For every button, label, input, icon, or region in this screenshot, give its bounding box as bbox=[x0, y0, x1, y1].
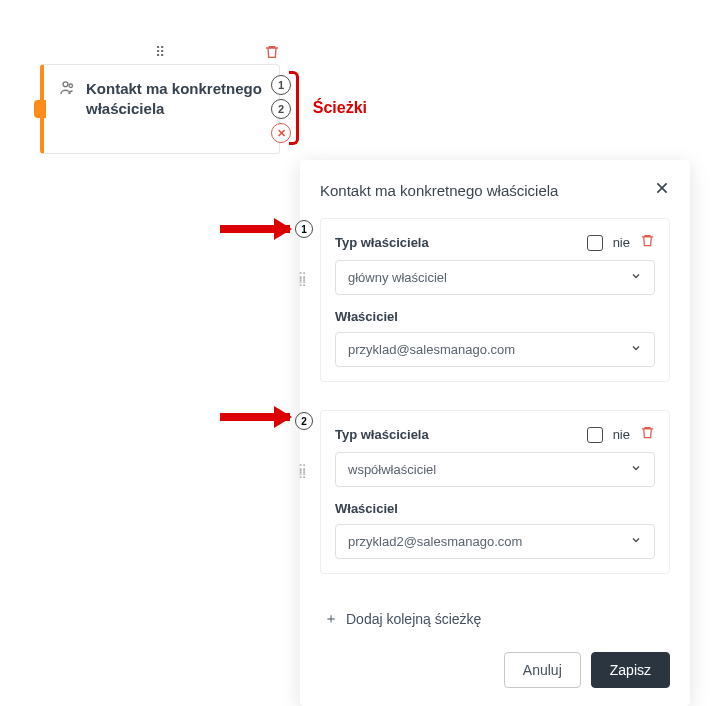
owner-type-label: Typ właściciela bbox=[335, 235, 429, 250]
svg-point-1 bbox=[69, 84, 72, 87]
path-config-box: Typ właściciela nie współwłaściciel Właś… bbox=[320, 410, 670, 574]
owner-type-select[interactable]: współwłaściciel bbox=[335, 452, 655, 487]
person-icon bbox=[58, 79, 76, 101]
negate-checkbox[interactable] bbox=[587, 427, 603, 443]
negate-checkbox[interactable] bbox=[587, 235, 603, 251]
owner-type-value: główny właściciel bbox=[348, 270, 447, 285]
annotation-bracket bbox=[289, 71, 299, 145]
owner-value: przyklad@salesmanago.com bbox=[348, 342, 515, 357]
cancel-button[interactable]: Anuluj bbox=[504, 652, 581, 688]
annotation-paths-label: Ścieżki bbox=[313, 99, 367, 117]
negate-label: nie bbox=[613, 427, 630, 442]
negate-label: nie bbox=[613, 235, 630, 250]
path-config-box: Typ właściciela nie główny właściciel Wł… bbox=[320, 218, 670, 382]
owner-label: Właściciel bbox=[335, 501, 655, 516]
annotation-arrow-1 bbox=[220, 225, 290, 233]
chevron-down-icon bbox=[630, 270, 642, 285]
panel-title: Kontakt ma konkretnego właściciela bbox=[320, 182, 558, 199]
path-block-2: 2 ⠿⠿ Typ właściciela nie współwłaściciel bbox=[320, 410, 670, 574]
path-block-1: 1 ⠿⠿ Typ właściciela nie główny właścici… bbox=[320, 218, 670, 382]
drag-handle-icon[interactable]: ⠿ bbox=[155, 44, 167, 60]
delete-path-button[interactable] bbox=[640, 233, 655, 252]
save-button[interactable]: Zapisz bbox=[591, 652, 670, 688]
workflow-node: ⠿ Kontakt ma konkretnego właściciela 1 2… bbox=[40, 40, 280, 154]
path-drag-handle[interactable]: ⠿⠿ bbox=[298, 468, 308, 478]
add-path-button[interactable]: ＋ Dodaj kolejną ścieżkę bbox=[320, 602, 670, 636]
node-output-paths: 1 2 ✕ bbox=[271, 75, 291, 143]
panel-footer: Anuluj Zapisz bbox=[320, 652, 670, 688]
config-panel: Kontakt ma konkretnego właściciela 1 ⠿⠿ … bbox=[300, 160, 690, 706]
annotation-arrow-2 bbox=[220, 413, 290, 421]
chevron-down-icon bbox=[630, 462, 642, 477]
close-button[interactable] bbox=[654, 180, 670, 200]
owner-type-select[interactable]: główny właściciel bbox=[335, 260, 655, 295]
path-output-1[interactable]: 1 bbox=[271, 75, 291, 95]
delete-node-button[interactable] bbox=[264, 44, 280, 60]
owner-type-label: Typ właściciela bbox=[335, 427, 429, 442]
node-title: Kontakt ma konkretnego właściciela bbox=[86, 79, 265, 118]
path-drag-handle[interactable]: ⠿⠿ bbox=[298, 276, 308, 286]
owner-type-value: współwłaściciel bbox=[348, 462, 436, 477]
add-path-label: Dodaj kolejną ścieżkę bbox=[346, 611, 481, 627]
node-input-handle[interactable] bbox=[34, 100, 46, 118]
plus-icon: ＋ bbox=[324, 610, 338, 628]
panel-header: Kontakt ma konkretnego właściciela bbox=[320, 180, 670, 200]
owner-value: przyklad2@salesmanago.com bbox=[348, 534, 522, 549]
path-number-badge: 1 bbox=[295, 220, 313, 238]
owner-label: Właściciel bbox=[335, 309, 655, 324]
path-output-2[interactable]: 2 bbox=[271, 99, 291, 119]
node-card[interactable]: Kontakt ma konkretnego właściciela 1 2 ✕… bbox=[40, 64, 280, 154]
node-toolbar: ⠿ bbox=[40, 40, 280, 64]
owner-select[interactable]: przyklad2@salesmanago.com bbox=[335, 524, 655, 559]
chevron-down-icon bbox=[630, 342, 642, 357]
path-number-badge: 2 bbox=[295, 412, 313, 430]
owner-select[interactable]: przyklad@salesmanago.com bbox=[335, 332, 655, 367]
chevron-down-icon bbox=[630, 534, 642, 549]
svg-point-0 bbox=[63, 82, 68, 87]
path-output-else[interactable]: ✕ bbox=[271, 123, 291, 143]
delete-path-button[interactable] bbox=[640, 425, 655, 444]
